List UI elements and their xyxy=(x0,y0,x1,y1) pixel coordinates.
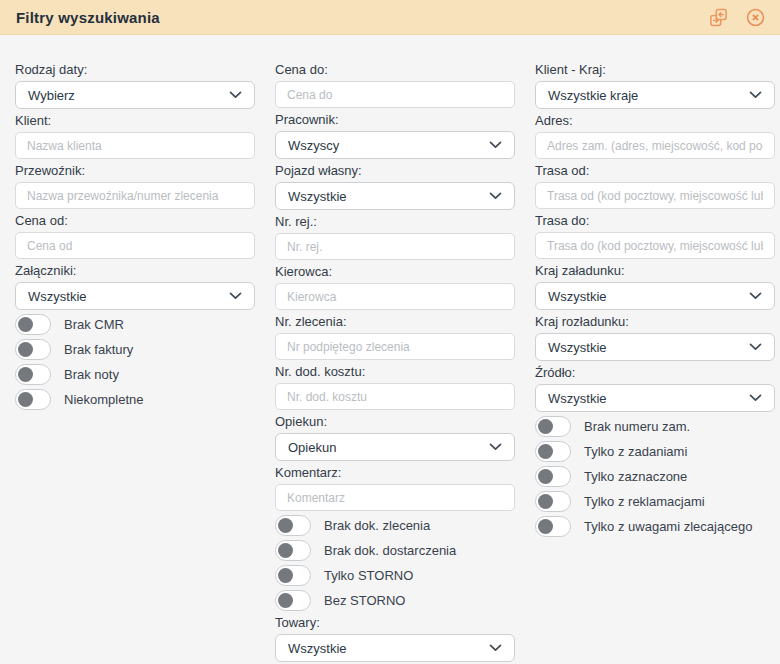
bez-storno-toggle[interactable] xyxy=(275,590,311,611)
trasa-od-input[interactable] xyxy=(535,182,775,209)
filters-column-3: Klient - Kraj: Wszystkie kraje Adres: Tr… xyxy=(535,62,775,664)
field-label: Kierowca: xyxy=(275,264,515,279)
toggle-label: Brak CMR xyxy=(64,317,124,332)
form-field: Kraj rozładunku: Wszystkie xyxy=(535,314,775,361)
cena-od-input[interactable] xyxy=(15,232,255,259)
toggle-knob xyxy=(278,568,293,583)
form-field: Nr. rej.: xyxy=(275,214,515,260)
toggle-row: Tylko STORNO xyxy=(275,565,515,586)
trasa-do-input[interactable] xyxy=(535,232,775,259)
przewoznik-input[interactable] xyxy=(15,182,255,209)
toggle-label: Tylko zaznaczone xyxy=(584,469,687,484)
brak-noty-toggle[interactable] xyxy=(15,364,51,385)
toggle-label: Brak dok. zlecenia xyxy=(324,518,430,533)
form-field: Adres: xyxy=(535,113,775,159)
chevron-down-icon xyxy=(749,343,762,351)
field-label: Pojazd własny: xyxy=(275,163,515,178)
form-field: Opiekun: Opiekun xyxy=(275,414,515,461)
brak-cmr-toggle[interactable] xyxy=(15,314,51,335)
cena-do-input[interactable] xyxy=(275,81,515,108)
popout-window-button[interactable] xyxy=(706,5,731,30)
form-field: Przewoźnik: xyxy=(15,163,255,209)
brak-faktury-toggle[interactable] xyxy=(15,339,51,360)
field-label: Kraj rozładunku: xyxy=(535,314,775,329)
chevron-down-icon xyxy=(489,443,502,451)
toggle-label: Brak noty xyxy=(64,367,119,382)
adres-input[interactable] xyxy=(535,132,775,159)
close-button[interactable] xyxy=(743,5,768,30)
nr-rej-input[interactable] xyxy=(275,233,515,260)
rodzaj-daty-select[interactable]: Wybierz xyxy=(15,81,255,109)
toggle-row: Tylko z uwagami zlecającego xyxy=(535,516,775,537)
field-label: Komentarz: xyxy=(275,465,515,480)
form-field: Pojazd własny: Wszystkie xyxy=(275,163,515,210)
chevron-down-icon xyxy=(749,394,762,402)
toggle-label: Brak faktury xyxy=(64,342,133,357)
tylko-z-reklamacjami-toggle[interactable] xyxy=(535,491,571,512)
niekompletne-toggle[interactable] xyxy=(15,389,51,410)
form-field: Załączniki: Wszystkie xyxy=(15,263,255,310)
toggle-knob xyxy=(18,367,33,382)
form-field: Klient: xyxy=(15,113,255,159)
chevron-down-icon xyxy=(229,91,242,99)
toggle-row: Brak dok. zlecenia xyxy=(275,515,515,536)
tylko-zaznaczone-toggle[interactable] xyxy=(535,466,571,487)
toggle-label: Brak numeru zam. xyxy=(584,419,690,434)
kraj-rozladunku-select[interactable]: Wszystkie xyxy=(535,333,775,361)
brak-numeru-zam-toggle[interactable] xyxy=(535,416,571,437)
zrodlo-select[interactable]: Wszystkie xyxy=(535,384,775,412)
field-label: Przewoźnik: xyxy=(15,163,255,178)
toggle-label: Tylko z uwagami zlecającego xyxy=(584,519,752,534)
toggle-knob xyxy=(18,317,33,332)
pracownik-select[interactable]: Wszyscy xyxy=(275,131,515,159)
komentarz-input[interactable] xyxy=(275,484,515,511)
field-label: Trasa do: xyxy=(535,213,775,228)
pojazd-wlasny-select[interactable]: Wszystkie xyxy=(275,182,515,210)
form-field: Trasa do: xyxy=(535,213,775,259)
tylko-storno-toggle[interactable] xyxy=(275,565,311,586)
filters-panel: Rodzaj daty: Wybierz Klient: Przewoźnik:… xyxy=(0,35,780,664)
field-label: Towary: xyxy=(275,615,515,630)
field-label: Nr. dod. kosztu: xyxy=(275,364,515,379)
select-value: Wszystkie xyxy=(288,641,481,656)
toggle-row: Brak faktury xyxy=(15,339,255,360)
toggle-row: Tylko z zadaniami xyxy=(535,441,775,462)
chevron-down-icon xyxy=(489,141,502,149)
field-label: Źródło: xyxy=(535,365,775,380)
kierowca-input[interactable] xyxy=(275,283,515,310)
field-label: Nr. zlecenia: xyxy=(275,314,515,329)
select-value: Wszystkie xyxy=(548,391,741,406)
brak-dok-zlecenia-toggle[interactable] xyxy=(275,515,311,536)
toggle-knob xyxy=(538,469,553,484)
klient-kraj-select[interactable]: Wszystkie kraje xyxy=(535,81,775,109)
form-field: Kierowca: xyxy=(275,264,515,310)
chevron-down-icon xyxy=(229,292,242,300)
tylko-z-zadaniami-toggle[interactable] xyxy=(535,441,571,462)
dialog-header: Filtry wyszukiwania xyxy=(0,0,780,35)
chevron-down-icon xyxy=(749,292,762,300)
toggle-row: Brak numeru zam. xyxy=(535,416,775,437)
toggle-knob xyxy=(18,392,33,407)
klient-input[interactable] xyxy=(15,132,255,159)
kraj-zaladunku-select[interactable]: Wszystkie xyxy=(535,282,775,310)
brak-dok-dostarczenia-toggle[interactable] xyxy=(275,540,311,561)
opiekun-select[interactable]: Opiekun xyxy=(275,433,515,461)
field-label: Trasa od: xyxy=(535,163,775,178)
tylko-z-uwagami-zlecajacego-toggle[interactable] xyxy=(535,516,571,537)
toggle-label: Brak dok. dostarczenia xyxy=(324,543,456,558)
zalaczniki-select[interactable]: Wszystkie xyxy=(15,282,255,310)
form-field: Kraj załadunku: Wszystkie xyxy=(535,263,775,310)
nr-zlecenia-input[interactable] xyxy=(275,333,515,360)
form-field: Pracownik: Wszyscy xyxy=(275,112,515,159)
toggle-row: Tylko z reklamacjami xyxy=(535,491,775,512)
form-field: Towary: Wszystkie xyxy=(275,615,515,662)
field-label: Nr. rej.: xyxy=(275,214,515,229)
form-field: Źródło: Wszystkie xyxy=(535,365,775,412)
nr-dod-kosztu-input[interactable] xyxy=(275,383,515,410)
toggle-knob xyxy=(538,519,553,534)
chevron-down-icon xyxy=(489,644,502,652)
towary-select[interactable]: Wszystkie xyxy=(275,634,515,662)
toggle-label: Bez STORNO xyxy=(324,593,405,608)
toggle-row: Brak dok. dostarczenia xyxy=(275,540,515,561)
toggle-knob xyxy=(278,543,293,558)
